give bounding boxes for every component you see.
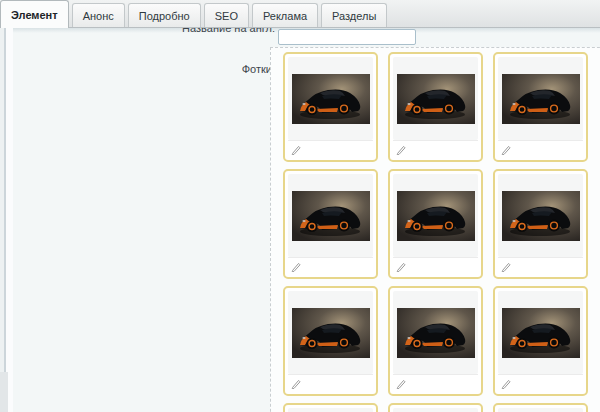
edit-pencil-icon[interactable] [501,144,512,155]
name-en-input[interactable] [278,29,416,45]
edit-pencil-icon[interactable] [396,144,407,155]
edit-pencil-icon[interactable] [501,261,512,272]
photo-card-8 [388,286,483,396]
tab-bar: Элемент Анонс Подробно SEO Реклама Разде… [0,0,600,28]
tab-reklama[interactable]: Реклама [252,3,318,27]
photo-card-6 [493,169,588,279]
photo-card-footer [498,374,583,391]
photo-card-5 [388,169,483,279]
car-photo-thumbnail[interactable] [288,174,373,257]
car-photo-thumbnail[interactable] [498,174,583,257]
edit-pencil-icon[interactable] [291,378,302,389]
car-photo-thumbnail[interactable] [393,408,478,412]
photo-card-3 [493,52,588,162]
photo-card-10 [283,403,378,412]
photo-card-1 [283,52,378,162]
photos-label: Фотки: [0,63,275,76]
tab-podrobno[interactable]: Подробно [128,3,201,27]
photo-card-4 [283,169,378,279]
photo-card-footer [393,140,478,157]
edit-pencil-icon[interactable] [501,378,512,389]
photo-grid [283,52,600,412]
car-photo-thumbnail[interactable] [498,57,583,140]
car-photo-thumbnail[interactable] [498,291,583,374]
car-photo-thumbnail[interactable] [393,57,478,140]
photo-card-footer [498,140,583,157]
tab-label: Элемент [11,9,58,21]
tab-label: Анонс [83,10,114,22]
edit-pencil-icon[interactable] [291,261,302,272]
car-photo-thumbnail[interactable] [288,408,373,412]
photo-card-footer [393,374,478,391]
photo-card-footer [288,374,373,391]
photo-card-footer [288,257,373,274]
name-en-label: Название на англ: [0,28,275,35]
tab-anons[interactable]: Анонс [72,3,125,27]
cms-admin-window: Элемент Анонс Подробно SEO Реклама Разде… [0,0,600,412]
edit-pencil-icon[interactable] [291,144,302,155]
photo-card-12 [493,403,588,412]
car-photo-thumbnail[interactable] [498,408,583,412]
left-scroll-hint [0,372,8,412]
car-photo-thumbnail[interactable] [288,57,373,140]
photo-card-11 [388,403,483,412]
tab-label: Разделы [332,10,376,22]
photo-card-footer [288,140,373,157]
car-photo-thumbnail[interactable] [393,174,478,257]
tab-label: Реклама [263,10,307,22]
tab-seo[interactable]: SEO [204,3,249,27]
photo-card-footer [393,257,478,274]
tab-label: SEO [215,10,238,22]
photo-card-9 [493,286,588,396]
edit-pencil-icon[interactable] [396,378,407,389]
photo-card-footer [498,257,583,274]
edit-pencil-icon[interactable] [396,261,407,272]
tab-razdely[interactable]: Разделы [321,3,387,27]
tab-element[interactable]: Элемент [0,0,69,28]
left-gutter-inner [6,28,13,412]
photo-card-7 [283,286,378,396]
car-photo-thumbnail[interactable] [393,291,478,374]
form-content-pane: Название на англ: Фотки: [0,28,600,412]
car-photo-thumbnail[interactable] [288,291,373,374]
photos-dropzone [270,47,600,412]
photo-card-2 [388,52,483,162]
tab-label: Подробно [139,10,190,22]
